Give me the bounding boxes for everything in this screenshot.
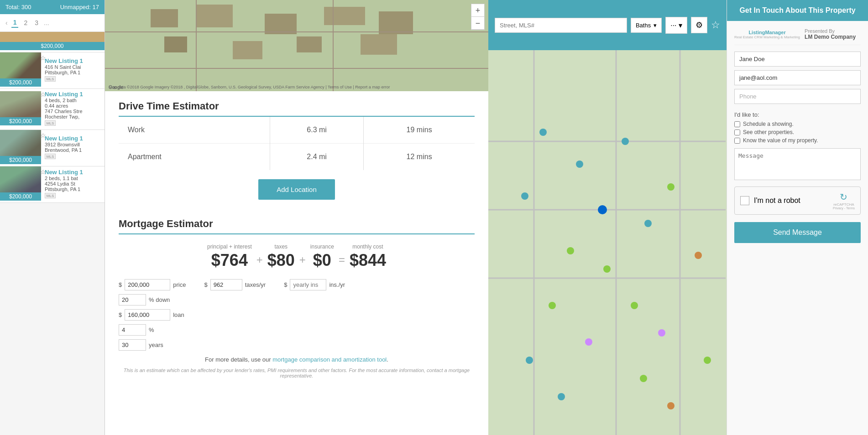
recaptcha-checkbox[interactable] — [740, 196, 749, 205]
listing-address2: Rochester Twp, — [45, 114, 83, 119]
schedule-showing-row: Schedule a showing. — [734, 121, 861, 127]
phone-field[interactable] — [734, 89, 861, 104]
baths-dropdown[interactable]: Baths ▾ — [631, 18, 662, 33]
page-2[interactable]: 2 — [22, 18, 29, 27]
mortgage-insurance: insurance $0 — [310, 243, 334, 270]
listing-address2: Pittsburgh, PA 1 — [45, 186, 83, 192]
listing-thumbnail: $200,000 — [0, 166, 41, 201]
location-time-apt: 12 mins — [364, 144, 475, 171]
recaptcha-brand: reCAPTCHA — [833, 202, 855, 207]
email-field[interactable] — [734, 70, 861, 85]
svg-rect-2 — [196, 5, 233, 27]
name-field[interactable] — [734, 52, 861, 67]
see-properties-checkbox[interactable] — [734, 129, 740, 135]
svg-point-37 — [704, 357, 711, 364]
list-item[interactable]: ✕ ☆ $200,000 New Listing 1 2 beds, 1.1 b… — [0, 166, 105, 203]
svg-point-34 — [585, 338, 592, 346]
price-input-row: $ price — [119, 279, 186, 290]
list-item[interactable]: ✕ ☆ $200,000 New Listing 1 3912 Brownsvi… — [0, 130, 105, 166]
send-message-button[interactable]: Send Message — [734, 222, 861, 243]
plus-op: + — [256, 254, 263, 266]
insurance-value: $0 — [310, 251, 334, 270]
price-label: price — [173, 281, 186, 288]
mortgage-disclaimer: This is an estimate which can be affecte… — [119, 368, 475, 378]
taxes-input-row: $ taxes/yr — [204, 279, 266, 290]
recaptcha-logo: ↻ reCAPTCHA Privacy - Terms — [833, 192, 855, 210]
presented-info: Presented By LM Demo Company — [805, 28, 856, 40]
listing-title[interactable]: New Listing 1 — [45, 135, 83, 142]
pagination: ‹ 1 2 3 ... — [0, 14, 105, 32]
list-item[interactable]: ✕ ☆ $200,000 New Listing 1 4 beds, 2 bat… — [0, 89, 105, 130]
ins-input[interactable] — [290, 279, 326, 290]
svg-point-24 — [521, 192, 528, 200]
company-name: LM Demo Company — [805, 34, 856, 40]
location-name-apt: Apartment — [119, 144, 270, 171]
taxes-prefix: $ — [204, 281, 207, 288]
page-3[interactable]: 3 — [33, 18, 40, 27]
baths-label: Baths — [636, 22, 651, 29]
zoom-in-button[interactable]: + — [471, 4, 484, 17]
presented-by-label: Presented By — [805, 28, 856, 34]
zoom-out-button[interactable]: − — [471, 17, 484, 30]
favorite-button[interactable]: ☆ — [711, 19, 720, 31]
listing-price: $200,000 — [0, 78, 41, 87]
listing-title[interactable]: New Listing 1 — [45, 57, 83, 64]
more-options-button[interactable]: ··· ▾ — [665, 17, 687, 34]
see-properties-row: See other properties. — [734, 129, 861, 135]
schedule-showing-checkbox[interactable] — [734, 121, 740, 127]
main-content: Google Map data ©2018 Google Imagery ©20… — [105, 0, 488, 435]
price-input[interactable] — [125, 279, 170, 290]
listing-address2: Pittsburgh, PA 1 — [45, 70, 83, 75]
location-time-work: 19 mins — [364, 117, 475, 144]
listing-thumbnail: $200,000 — [0, 91, 41, 125]
know-value-checkbox[interactable] — [734, 138, 740, 144]
years-input-row: years — [119, 339, 186, 351]
location-distance-work: 6.3 mi — [270, 117, 364, 144]
svg-rect-5 — [379, 11, 413, 34]
svg-point-23 — [576, 161, 583, 168]
mls-badge: MLS — [45, 120, 56, 126]
settings-button[interactable]: ⚙ — [691, 17, 707, 33]
down-input[interactable] — [119, 294, 146, 306]
listing-info: New Listing 1 4 beds, 2 bath 0.44 acres … — [41, 89, 87, 128]
amortization-link[interactable]: mortgage comparison and amortization too… — [272, 356, 387, 363]
taxes-input[interactable] — [210, 279, 242, 290]
gear-icon: ⚙ — [695, 20, 703, 30]
rate-input-row: % — [119, 324, 186, 336]
location-name-work: Work — [119, 117, 270, 144]
message-field[interactable] — [734, 148, 861, 180]
loan-input[interactable] — [125, 309, 170, 321]
svg-point-28 — [603, 265, 611, 273]
svg-rect-1 — [151, 9, 178, 27]
listing-title[interactable]: New Listing 1 — [45, 91, 83, 98]
know-value-label: Know the value of my property. — [743, 137, 818, 144]
rate-input[interactable] — [119, 324, 146, 336]
recaptcha-box: I'm not a robot ↻ reCAPTCHA Privacy - Te… — [734, 186, 861, 215]
loan-prefix: $ — [119, 311, 122, 318]
mls-badge: MLS — [45, 154, 56, 159]
listing-address2: Brentwood, PA 1 — [45, 147, 83, 153]
svg-point-38 — [558, 393, 565, 400]
mortgage-taxes: taxes $80 — [267, 243, 295, 270]
page-1[interactable]: 1 — [11, 18, 19, 28]
svg-point-40 — [598, 205, 607, 214]
listing-price: $200,000 — [0, 156, 41, 164]
list-item[interactable]: ✕ ☆ $200,000 New Listing 1 416 N Saint C… — [0, 52, 105, 89]
listing-address: 416 N Saint Clai — [45, 64, 83, 70]
listing-thumbnail: $200,000 — [0, 52, 41, 87]
svg-point-31 — [631, 302, 638, 309]
listing-title[interactable]: New Listing 1 — [45, 169, 83, 176]
listing-details: 2 beds, 1.1 bat — [45, 176, 83, 181]
footer-text: For more details, use our — [205, 356, 272, 363]
monthly-value: $844 — [350, 251, 386, 270]
years-input[interactable] — [119, 339, 146, 351]
svg-point-25 — [622, 138, 629, 145]
years-label: years — [149, 342, 163, 348]
svg-rect-15 — [488, 50, 727, 435]
search-input[interactable] — [495, 18, 627, 33]
svg-point-27 — [567, 247, 574, 254]
prev-arrow[interactable]: ‹ — [5, 19, 8, 26]
add-location-button[interactable]: Add Location — [258, 179, 335, 200]
contact-panel: Get In Touch About This Property Listing… — [727, 0, 868, 435]
listing-price: $200,000 — [0, 117, 41, 125]
